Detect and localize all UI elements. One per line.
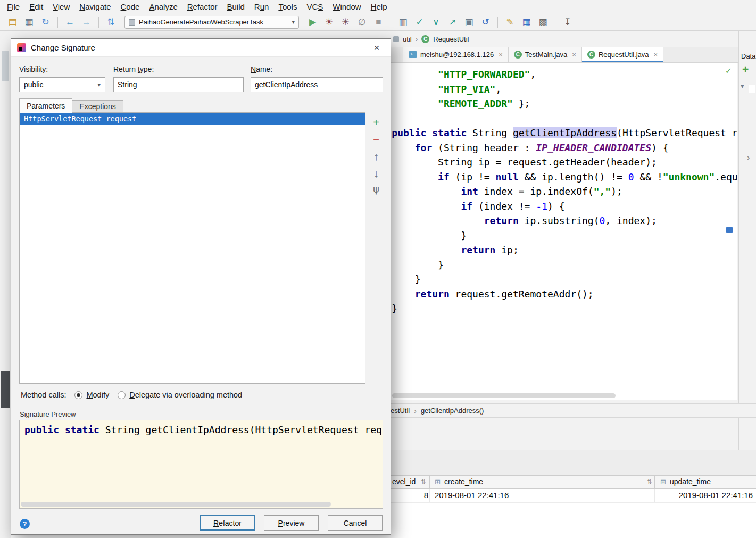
parameter-row[interactable]: HttpServletRequest request: [20, 113, 365, 125]
breadcrumb-method[interactable]: getClientIpAddress(): [421, 407, 484, 415]
menu-run[interactable]: Run: [250, 0, 274, 14]
code-line[interactable]: }: [369, 228, 737, 243]
add-parameter-button[interactable]: +: [373, 117, 379, 128]
tool-stripe-icon[interactable]: [2, 51, 9, 81]
download-icon[interactable]: ↧: [559, 14, 576, 30]
run-configuration-select[interactable]: PaihaoGeneratePaihaoWebScraperTask▾: [124, 16, 299, 29]
open-icon[interactable]: ▤: [4, 14, 21, 30]
code-line[interactable]: if (index != -1) {: [369, 199, 737, 214]
menu-build[interactable]: Build: [222, 0, 249, 14]
code-line[interactable]: "HTTP_FORWARDED",: [369, 67, 737, 82]
code-line[interactable]: }: [369, 258, 737, 272]
menu-window[interactable]: Window: [328, 0, 365, 14]
menu-help[interactable]: Help: [366, 0, 392, 14]
column-header-update-time[interactable]: update_time: [670, 477, 711, 486]
code-line[interactable]: if (ip != null && ip.length() != 0 && !"…: [369, 170, 737, 185]
commit-icon[interactable]: ✓: [411, 14, 428, 30]
refactor-button[interactable]: Refactor: [200, 515, 255, 531]
run-icon[interactable]: ▶: [304, 14, 321, 30]
stop-icon[interactable]: ■: [370, 14, 387, 30]
code-line[interactable]: for (String header : IP_HEADER_CANDIDATE…: [369, 140, 737, 155]
menu-code[interactable]: Code: [116, 0, 145, 14]
cell-update-time[interactable]: 2019-08-01 22:41:16: [679, 491, 753, 500]
editor-tab-meishu@192.168.1.126[interactable]: >_meishu@192.168.1.126×: [403, 47, 509, 62]
profiler-icon[interactable]: ☀: [337, 14, 354, 30]
return-type-field[interactable]: [113, 77, 244, 92]
tab-parameters[interactable]: Parameters: [19, 98, 72, 113]
menu-refactor[interactable]: Refactor: [182, 0, 222, 14]
sync-icon[interactable]: ↻: [37, 14, 54, 30]
inspection-ok-icon[interactable]: ✓: [725, 66, 732, 76]
menu-navigate[interactable]: Navigate: [74, 0, 115, 14]
menu-file[interactable]: File: [2, 0, 24, 14]
rollback-icon[interactable]: ↺: [477, 14, 494, 30]
close-icon[interactable]: ×: [369, 42, 385, 54]
cancel-button[interactable]: Cancel: [328, 515, 383, 531]
move-up-button[interactable]: ↑: [373, 151, 379, 162]
method-calls-option-modify[interactable]: Modify: [74, 391, 109, 399]
coverage-icon[interactable]: ☀: [321, 14, 337, 30]
editor-tab-RequestUtil.java[interactable]: CRequestUtil.java×: [582, 47, 663, 62]
breadcrumb-requestutil[interactable]: RequestUtil: [433, 35, 469, 43]
close-tab-icon[interactable]: ×: [572, 51, 576, 59]
column-divider[interactable]: [654, 476, 655, 488]
tab-exceptions[interactable]: Exceptions: [72, 100, 123, 112]
remove-parameter-button[interactable]: −: [373, 134, 379, 145]
push-icon[interactable]: ↗: [444, 14, 461, 30]
move-down-button[interactable]: ↓: [373, 168, 379, 179]
code-line[interactable]: public static String getClientIpAddress(…: [369, 126, 737, 140]
merge-icon[interactable]: ∨: [428, 14, 444, 30]
editor-horizontal-scrollbar[interactable]: [392, 393, 616, 398]
preview-button[interactable]: Preview: [264, 515, 319, 531]
column-header-level-id[interactable]: evel_id: [392, 477, 416, 486]
cell-create-time[interactable]: 2019-08-01 22:41:16: [435, 491, 509, 500]
menu-edit[interactable]: Edit: [24, 0, 48, 14]
expand-chevron-icon[interactable]: ›: [746, 151, 750, 163]
sort-icon[interactable]: ⇅: [421, 478, 426, 485]
menu-view[interactable]: View: [48, 0, 74, 14]
run-anything-icon[interactable]: ∅: [354, 14, 370, 30]
preview-horizontal-scrollbar[interactable]: [21, 502, 331, 507]
code-line[interactable]: int index = ip.indexOf(",");: [369, 184, 737, 199]
code-line[interactable]: String ip = request.getHeader(header);: [369, 155, 737, 170]
visibility-select[interactable]: public ▾: [19, 77, 105, 92]
database-icon[interactable]: ▦: [518, 14, 535, 30]
chevron-down-icon[interactable]: ▾: [741, 82, 744, 90]
save-icon[interactable]: ▦: [21, 14, 37, 30]
code-line[interactable]: return ip.substring(0, index);: [369, 213, 737, 228]
file-icon[interactable]: [749, 85, 755, 93]
parameter-list[interactable]: HttpServletRequest request: [19, 112, 365, 384]
back-icon[interactable]: ←: [62, 14, 78, 30]
code-line[interactable]: [369, 111, 737, 126]
tool-stripe-icon-dark[interactable]: [1, 371, 10, 408]
code-line[interactable]: }: [369, 272, 737, 287]
sort-icon[interactable]: ⇅: [103, 14, 119, 30]
code-line[interactable]: }: [369, 301, 737, 316]
column-divider[interactable]: [429, 476, 430, 488]
add-icon[interactable]: +: [742, 63, 749, 76]
dialog-title-bar[interactable]: Change Signature ×: [11, 39, 391, 57]
sort-icon[interactable]: ⇅: [647, 478, 652, 485]
editor-tab-TestMain.java[interactable]: CTestMain.java×: [509, 47, 582, 62]
menu-tools[interactable]: Tools: [273, 0, 302, 14]
close-tab-icon[interactable]: ×: [499, 51, 503, 59]
method-name-field[interactable]: [251, 77, 383, 92]
menu-vcs[interactable]: VCS: [302, 0, 328, 14]
changes-icon[interactable]: ▣: [461, 14, 477, 30]
column-header-create-time[interactable]: create_time: [444, 477, 483, 486]
code-line[interactable]: return ip;: [369, 243, 737, 258]
scrollbar-marker[interactable]: [726, 227, 733, 233]
close-tab-icon[interactable]: ×: [654, 51, 658, 59]
code-line[interactable]: "REMOTE_ADDR" };: [369, 96, 737, 111]
edit-source-icon[interactable]: ✎: [502, 14, 518, 30]
breadcrumb-util[interactable]: util: [403, 35, 412, 43]
structure-icon[interactable]: ▩: [535, 14, 551, 30]
database-tool-button[interactable]: Data: [741, 52, 755, 60]
code-line[interactable]: return request.getRemoteAddr();: [369, 287, 737, 302]
forward-icon[interactable]: →: [78, 14, 95, 30]
menu-analyze[interactable]: Analyze: [144, 0, 182, 14]
method-calls-option-delegate[interactable]: Delegate via overloading method: [118, 391, 242, 399]
propagate-parameters-button[interactable]: ⋔: [372, 185, 381, 196]
help-button[interactable]: ?: [20, 519, 30, 529]
code-line[interactable]: "HTTP_VIA",: [369, 82, 737, 97]
